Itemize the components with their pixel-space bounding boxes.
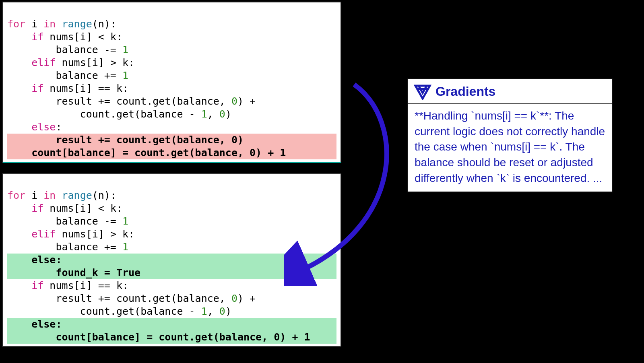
code-line: balance -= 1	[7, 215, 128, 227]
code-line: if nums[i] == k:	[7, 280, 128, 291]
gradients-header: Gradients	[408, 79, 612, 104]
added-line: else:	[7, 254, 336, 266]
code-line: elif nums[i] > k:	[7, 228, 134, 240]
gradients-panel: Gradients **Handling `nums[i] == k`**: T…	[407, 78, 613, 192]
code-line: result += count.get(balance, 0) +	[7, 95, 256, 107]
code-block-before: for i in range(n): if nums[i] < k: balan…	[2, 2, 341, 163]
removed-line: count[balance] = count.get(balance, 0) +…	[7, 146, 336, 159]
code-line: if nums[i] == k:	[7, 82, 128, 94]
code-line: balance += 1	[7, 70, 128, 81]
code-line: if nums[i] < k:	[7, 202, 122, 214]
removed-line: result += count.get(balance, 0)	[7, 134, 336, 146]
code-line: for i in range(n):	[7, 18, 116, 30]
code-line: balance -= 1	[7, 44, 128, 56]
code-line: if nums[i] < k:	[7, 31, 122, 43]
code-line: else:	[7, 121, 62, 133]
gradients-title: Gradients	[436, 84, 495, 99]
code-line: for i in range(n):	[7, 190, 116, 201]
code-block-after: for i in range(n): if nums[i] < k: balan…	[2, 173, 341, 347]
gradients-logo-icon	[414, 82, 431, 100]
gradients-body-text: **Handling `nums[i] == k`**: The current…	[408, 104, 612, 192]
added-line: found_k = True	[7, 266, 336, 279]
code-line: elif nums[i] > k:	[7, 57, 134, 68]
code-line: balance += 1	[7, 241, 128, 253]
code-line: count.get(balance - 1, 0)	[7, 305, 231, 317]
code-line: result += count.get(balance, 0) +	[7, 293, 256, 304]
added-line: else:	[7, 318, 336, 331]
added-line: count[balance] = count.get(balance, 0) +…	[7, 331, 336, 344]
code-line: count.get(balance - 1, 0)	[7, 108, 231, 120]
